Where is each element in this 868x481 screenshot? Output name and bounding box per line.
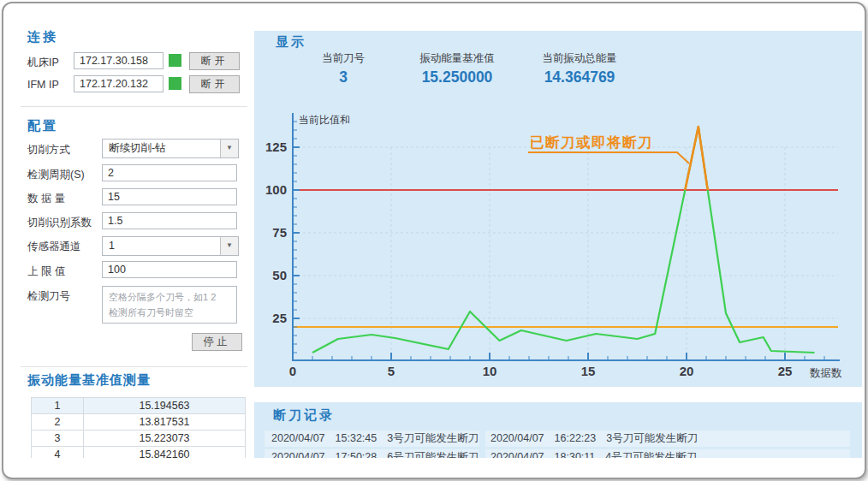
record-message: 3号刀可能发生断刀 [606, 432, 698, 444]
table-row: 3 15.223073 [31, 431, 246, 447]
records-panel: 断刀记录 2020/04/0715:32:453号刀可能发生断刀 2020/04… [254, 402, 862, 458]
svg-text:10: 10 [483, 364, 497, 378]
record-message: 6号刀可能发生断刀 [387, 451, 479, 458]
row-value: 15.194563 [84, 398, 245, 413]
detect-period-label: 检测周期(S) [27, 168, 85, 182]
data-count-input[interactable] [102, 188, 237, 205]
row-index: 2 [32, 414, 84, 430]
tool-numbers-placeholder-line2: 检测所有刀号时留空 [109, 307, 193, 318]
svg-text:15: 15 [581, 364, 596, 378]
row-index: 4 [32, 447, 84, 458]
chevron-down-icon[interactable]: ▼ [220, 237, 238, 255]
record-entry: 2020/04/0715:32:453号刀可能发生断刀 [265, 431, 479, 447]
record-time: 17:50:28 [336, 451, 378, 458]
svg-text:75: 75 [272, 225, 287, 240]
ifm-ip-label: IFM IP [27, 79, 59, 91]
svg-text:已断刀或即将断刀: 已断刀或即将断刀 [530, 134, 653, 150]
table-row: 4 15.842160 [31, 447, 246, 458]
row-index: 1 [32, 398, 84, 413]
machine-disconnect-button[interactable]: 断开 [189, 52, 240, 70]
record-message: 3号刀可能发生断刀 [387, 432, 479, 444]
record-date: 2020/04/07 [271, 432, 325, 444]
breakage-chart: 2550751001250510152025当前比值和数据数已断刀或即将断刀 [254, 31, 862, 387]
cut-mode-label: 切削方式 [27, 143, 70, 157]
row-value: 15.842160 [84, 447, 245, 458]
detect-period-input[interactable] [102, 164, 237, 181]
stop-button[interactable]: 停止 [192, 333, 242, 351]
svg-text:5: 5 [388, 364, 395, 378]
svg-text:20: 20 [680, 364, 694, 378]
record-date: 2020/04/07 [271, 451, 325, 458]
svg-text:100: 100 [265, 182, 287, 197]
record-entry: 2020/04/0717:50:286号刀可能发生断刀 [265, 449, 479, 458]
table-row: 1 15.194563 [31, 397, 246, 414]
app-window: 连接 机床IP 断开 IFM IP 断开 配置 切削方式 断续切削-钻 ▼ 检测… [2, 2, 866, 479]
row-value: 13.817531 [84, 414, 245, 430]
machine-ip-input[interactable] [74, 52, 163, 69]
upper-limit-label: 上 限 值 [27, 264, 65, 279]
tool-numbers-input[interactable]: 空格分隔多个刀号，如1 2 检测所有刀号时留空 [102, 286, 237, 324]
coefficient-input[interactable] [102, 212, 237, 229]
chevron-down-icon[interactable]: ▼ [220, 140, 238, 157]
screen: 连接 机床IP 断开 IFM IP 断开 配置 切削方式 断续切削-钻 ▼ 检测… [0, 0, 868, 481]
machine-ip-label: 机床IP [27, 56, 59, 70]
svg-text:0: 0 [289, 364, 296, 378]
record-date: 2020/04/07 [490, 451, 544, 458]
sensor-channel-value: 1 [109, 237, 115, 254]
svg-text:当前比值和: 当前比值和 [299, 114, 350, 126]
record-time: 18:30:11 [555, 451, 596, 458]
display-panel: 显示 当前刀号 3 振动能量基准值 15.250000 当前振动总能量 14.3… [254, 31, 862, 387]
ifm-ip-input[interactable] [74, 75, 163, 92]
record-entry: 2020/04/0716:22:233号刀可能发生断刀 [485, 431, 850, 447]
baseline-table-title: 振动能量基准值测量 [27, 372, 151, 389]
row-index: 3 [32, 431, 84, 446]
record-message: 4号刀可能发生断刀 [605, 451, 697, 458]
upper-limit-input[interactable] [102, 261, 237, 278]
records-section-title: 断刀记录 [273, 407, 335, 424]
record-date: 2020/04/07 [490, 432, 544, 444]
record-time: 16:22:23 [555, 432, 597, 444]
row-value: 15.223073 [84, 431, 245, 446]
ifm-connection-status-indicator [169, 77, 181, 90]
svg-text:数据数: 数据数 [810, 367, 842, 379]
cut-mode-select[interactable]: 断续切削-钻 ▼ [102, 139, 239, 158]
sensor-channel-label: 传感器通道 [27, 240, 81, 254]
svg-text:50: 50 [272, 268, 287, 282]
data-count-label: 数 据 量 [27, 192, 65, 206]
svg-text:25: 25 [778, 364, 793, 378]
record-time: 15:32:45 [336, 432, 378, 444]
tool-numbers-placeholder-line1: 空格分隔多个刀号，如1 2 [109, 292, 216, 302]
config-section-title: 配置 [27, 118, 58, 134]
table-row: 2 13.817531 [31, 414, 246, 431]
section-divider [21, 106, 247, 107]
record-entry: 2020/04/0718:30:114号刀可能发生断刀 [485, 449, 850, 458]
tool-numbers-label: 检测刀号 [27, 289, 70, 304]
connection-section-title: 连接 [27, 29, 58, 45]
section-divider [21, 366, 247, 367]
ifm-disconnect-button[interactable]: 断开 [189, 75, 240, 93]
baseline-table: 1 15.194563 2 13.817531 3 15.223073 4 15… [31, 397, 246, 458]
cut-mode-value: 断续切削-钻 [109, 140, 166, 157]
svg-text:25: 25 [272, 311, 287, 325]
coefficient-label: 切削识别系数 [27, 216, 92, 230]
svg-text:125: 125 [265, 140, 287, 154]
sensor-channel-select[interactable]: 1 ▼ [102, 236, 239, 256]
machine-connection-status-indicator [169, 54, 181, 67]
